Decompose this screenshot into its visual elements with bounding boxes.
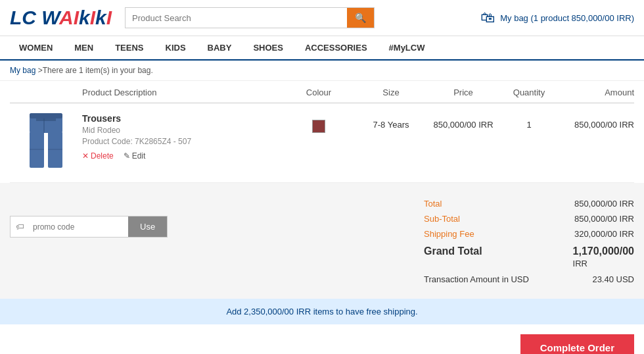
promo-use-button[interactable]: Use [128,216,167,237]
total-row: Total 850,000/00 IRR [424,196,634,211]
colour-swatch [312,120,325,133]
table-header: Product Description Colour Size Price Qu… [10,81,634,103]
search-input[interactable] [126,8,347,28]
nav-item-teens[interactable]: TEENS [106,36,152,59]
promo-icon: 🏷 [11,216,30,237]
table-row: Trousers Mid Rodeo Product Code: 7K2865Z… [10,103,634,183]
delete-button[interactable]: ✕ Delete [82,151,114,161]
promo-input[interactable] [30,216,128,237]
col-qty-header: Quantity [503,88,555,97]
promo-area: 🏷 Use [10,196,424,286]
total-value: 850,000/00 IRR [574,199,634,209]
col-amount-header: Amount [555,88,634,97]
cart-area[interactable]: 🛍 My bag (1 product 850,000/00 IRR) [480,9,634,26]
nav-item-accessories[interactable]: ACCESSORIES [296,36,377,59]
nav: WOMEN MEN TEENS KIDS BABY SHOES ACCESSOR… [0,36,644,61]
product-image-svg [23,113,69,172]
logo[interactable]: LC WAIkIkI [10,7,112,29]
cart-text: My bag (1 product 850,000/00 IRR) [500,13,634,23]
product-image [10,113,82,172]
subtotal-label: Sub-Total [424,214,460,224]
breadcrumb-separator: > [35,66,42,75]
cart-icon: 🛍 [480,9,495,26]
col-price-header: Price [424,88,503,97]
nav-item-mylcw[interactable]: #MyLCW [380,36,434,59]
shipping-row: Shipping Fee 320,000/00 IRR [424,226,634,241]
shipping-value: 320,000/00 IRR [574,229,634,239]
shipping-banner: Add 2,350,000/00 IRR items to have free … [0,299,644,324]
total-label: Total [424,199,442,209]
nav-item-baby[interactable]: BABY [198,36,241,59]
totals-area: Total 850,000/00 IRR Sub-Total 850,000/0… [424,196,634,286]
breadcrumb-bag-link[interactable]: My bag [10,66,35,75]
product-name: Trousers [82,113,279,124]
complete-order-button[interactable]: Complete Order [520,334,634,354]
transaction-value: 23.40 USD [592,274,634,284]
nav-item-kids[interactable]: KIDS [156,36,195,59]
subtotal-row: Sub-Total 850,000/00 IRR [424,211,634,226]
main-content: Product Description Colour Size Price Qu… [0,81,644,299]
promo-input-wrap: 🏷 Use [10,216,168,238]
nav-item-women[interactable]: WOMEN [10,36,62,59]
edit-icon: ✎ [124,151,130,161]
search-button[interactable]: 🔍 [347,8,374,28]
breadcrumb: My bag >There are 1 item(s) in your bag. [0,61,644,81]
product-actions: ✕ Delete ✎ Edit [82,151,279,161]
product-description: Trousers Mid Rodeo Product Code: 7K2865Z… [82,113,279,161]
delete-label: Delete [91,151,114,161]
product-size: 7-8 Years [358,113,424,130]
transaction-label: Transaction Amount in USD [424,274,529,284]
breadcrumb-message: There are 1 item(s) in your bag. [43,66,153,75]
search-bar: 🔍 [125,7,375,28]
edit-button[interactable]: ✎ Edit [124,151,146,161]
col-colour-header: Colour [279,88,358,97]
complete-order-area: Complete Order [0,324,644,354]
product-price: 850,000/00 IRR [424,113,503,130]
header: LC WAIkIkI 🔍 🛍 My bag (1 product 850,000… [0,0,644,36]
product-quantity: 1 [503,113,555,130]
shipping-banner-text: Add 2,350,000/00 IRR items to have free … [226,307,417,316]
nav-item-shoes[interactable]: SHOES [244,36,292,59]
svg-rect-4 [30,113,62,118]
grand-total-row: Grand Total 1,170,000/00IRR [424,241,634,273]
delete-icon: ✕ [82,151,89,161]
grand-total-label: Grand Total [424,245,482,269]
product-code: Product Code: 7K2865Z4 - 507 [82,137,279,146]
svg-rect-5 [36,118,56,121]
nav-item-men[interactable]: MEN [65,36,103,59]
edit-label: Edit [132,151,146,161]
col-desc-header: Product Description [82,88,279,97]
product-colour [279,113,358,133]
col-size-header: Size [358,88,424,97]
subtotal-value: 850,000/00 IRR [574,214,634,224]
grand-total-value: 1,170,000/00IRR [573,245,634,269]
summary-section: 🏷 Use Total 850,000/00 IRR Sub-Total 850… [0,183,644,299]
product-sub: Mid Rodeo [82,126,279,135]
product-amount: 850,000/00 IRR [555,113,634,130]
shipping-label: Shipping Fee [424,229,474,239]
transaction-row: Transaction Amount in USD 23.40 USD [424,273,634,286]
